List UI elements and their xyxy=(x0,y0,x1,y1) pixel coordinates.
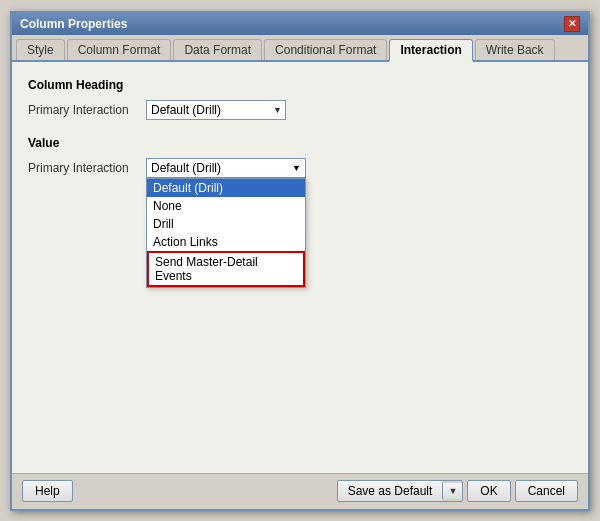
value-dropdown-container: Default (Drill) ▼ Default (Drill) None D… xyxy=(146,158,306,178)
close-button[interactable]: ✕ xyxy=(564,16,580,32)
tab-column-format[interactable]: Column Format xyxy=(67,39,172,60)
dropdown-item-default-drill[interactable]: Default (Drill) xyxy=(147,179,305,197)
dialog-body: Column Heading Primary Interaction Defau… xyxy=(12,62,588,473)
dialog-title-text: Column Properties xyxy=(20,17,127,31)
value-field-label: Primary Interaction xyxy=(28,161,138,175)
dropdown-item-none[interactable]: None xyxy=(147,197,305,215)
column-heading-row: Primary Interaction Default (Drill) xyxy=(28,100,572,120)
tab-write-back[interactable]: Write Back xyxy=(475,39,555,60)
tab-data-format[interactable]: Data Format xyxy=(173,39,262,60)
tab-interaction[interactable]: Interaction xyxy=(389,39,472,62)
column-properties-dialog: Column Properties ✕ Style Column Format … xyxy=(10,11,590,511)
footer-left: Help xyxy=(22,480,73,502)
dialog-footer: Help Save as Default ▼ OK Cancel xyxy=(12,473,588,509)
value-dropdown-arrow-icon: ▼ xyxy=(292,163,301,173)
footer-right: Save as Default ▼ OK Cancel xyxy=(337,480,578,502)
help-button[interactable]: Help xyxy=(22,480,73,502)
value-row: Primary Interaction Default (Drill) ▼ De… xyxy=(28,158,572,178)
dropdown-item-action-links[interactable]: Action Links xyxy=(147,233,305,251)
tab-conditional-format[interactable]: Conditional Format xyxy=(264,39,387,60)
column-heading-field-label: Primary Interaction xyxy=(28,103,138,117)
column-heading-select[interactable]: Default (Drill) xyxy=(146,100,286,120)
tabs-bar: Style Column Format Data Format Conditio… xyxy=(12,35,588,62)
value-section: Value Primary Interaction Default (Drill… xyxy=(28,136,572,178)
cancel-button[interactable]: Cancel xyxy=(515,480,578,502)
value-dropdown-list: Default (Drill) None Drill Action Links … xyxy=(146,178,306,288)
save-as-default-split-button: Save as Default ▼ xyxy=(337,480,464,502)
tab-style[interactable]: Style xyxy=(16,39,65,60)
save-as-default-arrow[interactable]: ▼ xyxy=(442,483,462,499)
value-section-label: Value xyxy=(28,136,572,150)
column-heading-section-label: Column Heading xyxy=(28,78,572,92)
ok-button[interactable]: OK xyxy=(467,480,510,502)
column-heading-select-wrapper: Default (Drill) xyxy=(146,100,286,120)
value-dropdown-selected-text: Default (Drill) xyxy=(151,161,221,175)
dropdown-item-send-master-detail[interactable]: Send Master-Detail Events xyxy=(147,251,305,287)
save-as-default-button[interactable]: Save as Default xyxy=(338,481,443,501)
value-dropdown-trigger[interactable]: Default (Drill) ▼ xyxy=(146,158,306,178)
dialog-title-bar: Column Properties ✕ xyxy=(12,13,588,35)
dropdown-item-drill[interactable]: Drill xyxy=(147,215,305,233)
